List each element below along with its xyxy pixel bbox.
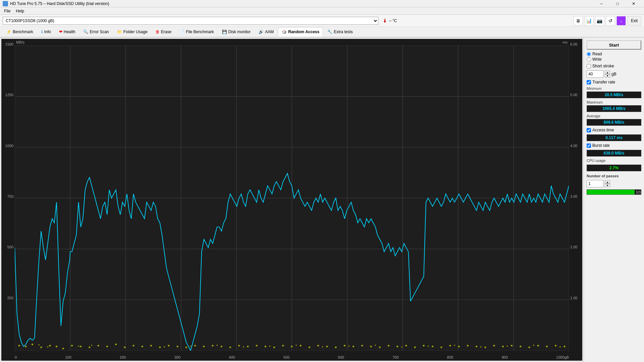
transfer-rate-label[interactable]: Transfer rate <box>587 80 641 84</box>
passes-input[interactable] <box>587 180 603 187</box>
stroke-unit-label: gB <box>611 72 616 76</box>
svg-point-81 <box>555 345 556 347</box>
svg-point-45 <box>238 345 240 347</box>
stroke-down-button[interactable]: ▼ <box>605 74 610 77</box>
read-radio[interactable] <box>587 52 591 56</box>
svg-point-28 <box>89 347 90 348</box>
write-radio-label[interactable]: Write <box>587 57 641 62</box>
tab-info[interactable]: ℹ Info <box>38 27 55 37</box>
maximize-button[interactable]: □ <box>610 0 625 7</box>
svg-point-99 <box>480 346 482 348</box>
menu-bar: File Help <box>0 7 644 15</box>
stroke-value-input[interactable] <box>587 70 603 78</box>
svg-point-80 <box>546 346 548 347</box>
svg-point-23 <box>49 345 51 347</box>
disk-select[interactable]: CT1000P1SSD8 (1000 gB) <box>3 17 378 25</box>
progress-bar-container: 1/1 <box>587 189 641 195</box>
chart-y-axis-right: 6.00 5.00 4.00 3.00 2.00 1.00 <box>569 39 582 351</box>
svg-point-67 <box>432 346 433 347</box>
svg-point-48 <box>265 346 266 347</box>
svg-point-25 <box>62 348 64 349</box>
close-button[interactable]: ✕ <box>626 0 641 7</box>
short-stroke-checkbox[interactable] <box>587 64 591 68</box>
stroke-value-row: ▲ ▼ gB <box>587 70 641 78</box>
erase-icon: 🗑 <box>156 29 160 34</box>
svg-point-26 <box>71 345 73 347</box>
menu-help[interactable]: Help <box>13 8 27 14</box>
svg-point-71 <box>467 345 469 347</box>
transfer-rate-checkbox[interactable] <box>587 80 591 84</box>
tab-benchmark[interactable]: ⚡ Benchmark <box>3 27 37 37</box>
svg-point-64 <box>405 345 407 347</box>
download-button[interactable]: ↓ <box>616 16 626 25</box>
svg-point-20 <box>25 346 26 347</box>
access-time-label[interactable]: Access time <box>587 128 641 132</box>
tab-health[interactable]: ❤ Health <box>55 27 79 37</box>
svg-point-68 <box>440 347 442 348</box>
svg-point-95 <box>375 345 376 346</box>
svg-point-52 <box>300 345 302 347</box>
minimize-button[interactable]: – <box>594 0 609 7</box>
svg-point-85 <box>78 346 79 347</box>
tab-erase[interactable]: 🗑 Erase <box>152 27 175 37</box>
temperature-value: – °C <box>389 18 397 23</box>
tab-disk-monitor[interactable]: 💾 Disk monitor <box>218 27 255 37</box>
svg-point-46 <box>247 346 249 347</box>
passes-row: ▲ ▼ <box>587 180 641 187</box>
access-time-checkbox[interactable] <box>587 128 591 132</box>
svg-point-36 <box>159 347 161 348</box>
aam-icon: 🔊 <box>259 29 264 34</box>
main-content: MB/s ms trial version 1500 1250 1000 750… <box>0 38 644 362</box>
burst-rate-value: 639.0 MB/s <box>587 150 641 157</box>
svg-point-98 <box>454 345 455 346</box>
svg-point-38 <box>176 346 178 347</box>
svg-point-21 <box>32 344 33 345</box>
tab-file-benchmark[interactable]: 📄 File Benchmark <box>176 27 217 37</box>
svg-point-37 <box>168 345 169 347</box>
svg-point-87 <box>164 346 165 348</box>
stroke-up-button[interactable]: ▲ <box>605 71 610 74</box>
average-section: Average 809.6 MB/s <box>587 114 641 126</box>
passes-down-button[interactable]: ▼ <box>605 184 610 187</box>
title-bar: HD Tune Pro 5.75 – Hard Disk/SSD Utility… <box>0 0 644 7</box>
tab-random-access[interactable]: 🎲 Random Access <box>278 27 323 37</box>
menu-file[interactable]: File <box>1 8 13 14</box>
svg-point-40 <box>194 345 196 347</box>
svg-point-44 <box>229 347 231 348</box>
random-access-icon: 🎲 <box>282 29 287 34</box>
svg-point-93 <box>322 346 323 348</box>
burst-rate-checkbox[interactable] <box>587 143 591 148</box>
read-radio-label[interactable]: Read <box>587 52 641 56</box>
camera-button[interactable]: 📷 <box>595 16 604 25</box>
svg-point-63 <box>396 346 398 347</box>
svg-point-66 <box>423 345 425 347</box>
minimum-value: 20.5 MB/s <box>587 92 641 98</box>
exit-button[interactable]: Exit <box>627 16 641 25</box>
svg-point-90 <box>243 346 244 348</box>
short-stroke-label[interactable]: Short stroke <box>587 64 641 68</box>
svg-point-56 <box>335 347 336 348</box>
refresh-button[interactable]: ↺ <box>606 16 615 25</box>
minimum-label: Minimum <box>587 86 641 90</box>
chart-button[interactable]: 📊 <box>584 16 594 25</box>
tab-error-scan[interactable]: 🔍 Error Scan <box>79 27 112 37</box>
svg-point-54 <box>317 345 319 347</box>
passes-up-button[interactable]: ▲ <box>605 180 610 184</box>
tab-folder-usage[interactable]: 📁 Folder Usage <box>113 27 151 37</box>
svg-point-78 <box>528 347 530 348</box>
svg-point-19 <box>18 345 20 347</box>
write-radio[interactable] <box>587 57 591 62</box>
chart-y-label-right: ms <box>562 40 568 44</box>
thermometer-icon: 🌡 <box>382 18 388 24</box>
stroke-spinner-buttons: ▲ ▼ <box>605 71 610 77</box>
tab-extra-tests[interactable]: 🔧 Extra tests <box>324 27 357 37</box>
burst-rate-label[interactable]: Burst rate <box>587 143 641 148</box>
tab-aam[interactable]: 🔊 AAM <box>255 27 277 37</box>
start-button[interactable]: Start <box>587 40 641 50</box>
svg-point-96 <box>401 346 402 348</box>
maximum-value: 1065.4 MB/s <box>587 105 641 112</box>
toolbar-right: 🖥 📊 📷 ↺ ↓ Exit <box>574 16 641 25</box>
window-controls: – □ ✕ <box>594 0 641 7</box>
benchmark-icon: ⚡ <box>6 29 11 34</box>
monitor-button[interactable]: 🖥 <box>574 16 583 25</box>
